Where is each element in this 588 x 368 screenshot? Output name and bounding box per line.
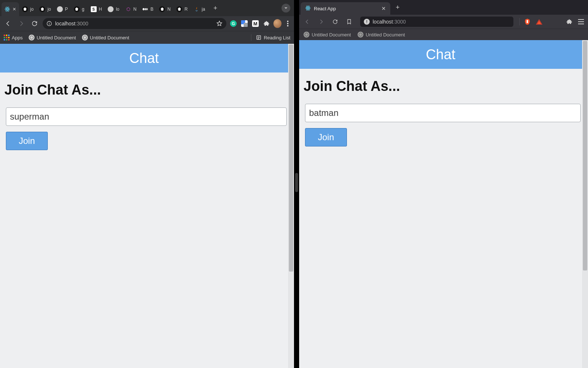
close-icon[interactable]: ✕: [12, 7, 16, 12]
svg-point-6: [147, 8, 148, 10]
star-icon[interactable]: [216, 20, 223, 27]
page-viewport-right: Chat Join Chat As... Join: [299, 40, 588, 368]
globe-icon: [304, 32, 309, 38]
reading-list-button[interactable]: Reading List: [256, 35, 290, 40]
chrome-tab[interactable]: jo: [19, 2, 36, 16]
info-icon: [46, 21, 52, 26]
globe-icon: [29, 35, 35, 40]
extensions-icon[interactable]: [262, 20, 270, 28]
chrome-tab[interactable]: P: [54, 2, 71, 16]
join-button[interactable]: Join: [6, 132, 48, 150]
chrome-tab[interactable]: B: [139, 2, 156, 16]
brave-tab-label: React App: [314, 6, 379, 11]
react-icon: [4, 6, 10, 12]
chrome-tab[interactable]: N: [156, 2, 173, 16]
split-screenshot: ✕ jo jo P g SH lo ⬡N B N R ja + localhos…: [0, 0, 588, 368]
globe-icon: [108, 6, 114, 12]
scrollbar[interactable]: [582, 40, 588, 368]
chrome-tab[interactable]: ja: [191, 2, 208, 16]
globe-icon: [82, 35, 88, 40]
extensions-icon[interactable]: [565, 18, 573, 26]
chrome-bookmarks-bar: Apps Untitled Document Untitled Document…: [0, 31, 294, 44]
chrome-tab[interactable]: jo: [36, 2, 54, 16]
square-s-icon: S: [91, 6, 97, 12]
globe-icon: [57, 6, 63, 12]
join-heading: Join Chat As...: [304, 78, 578, 94]
github-icon: [176, 6, 182, 12]
google-translate-icon[interactable]: [240, 20, 248, 28]
address-host: localhost:3000: [373, 19, 406, 25]
hexagon-icon: ⬡: [125, 6, 131, 12]
tab-overflow-button[interactable]: [282, 4, 290, 13]
close-icon[interactable]: ✕: [381, 6, 386, 11]
svg-rect-23: [578, 24, 584, 24]
chrome-tab[interactable]: SH: [88, 2, 105, 16]
scroll-thumb[interactable]: [289, 45, 293, 272]
back-button[interactable]: [3, 18, 13, 29]
profile-avatar[interactable]: [273, 20, 282, 28]
brave-window: React App ✕ + ! localhost:3000 Unti: [299, 0, 588, 368]
svg-point-10: [287, 21, 288, 22]
bookmark-item[interactable]: Untitled Document: [29, 35, 76, 40]
chrome-tab[interactable]: lo: [105, 2, 122, 16]
apps-grid-icon: [4, 35, 10, 40]
grammarly-icon[interactable]: G: [229, 20, 237, 28]
brave-tabstrip: React App ✕ +: [299, 0, 588, 15]
svg-point-5: [145, 8, 147, 10]
hamburger-menu-icon[interactable]: [577, 18, 585, 26]
github-icon: [74, 6, 80, 12]
bookmark-item[interactable]: Untitled Document: [358, 32, 405, 38]
chrome-toolbar: localhost:3000 G M: [0, 16, 294, 31]
svg-rect-21: [578, 19, 584, 20]
brave-rewards-icon[interactable]: [535, 18, 543, 26]
forward-button[interactable]: [316, 17, 326, 27]
java-icon: [194, 6, 200, 12]
github-icon: [22, 6, 28, 12]
svg-rect-22: [578, 21, 584, 22]
brave-tab-active[interactable]: React App ✕: [301, 2, 390, 15]
divider: [251, 34, 251, 41]
username-input[interactable]: [6, 107, 287, 126]
svg-point-11: [287, 23, 288, 24]
svg-point-4: [143, 8, 145, 10]
address-bar[interactable]: localhost:3000: [43, 18, 226, 29]
reload-button[interactable]: [29, 18, 40, 29]
github-icon: [159, 6, 165, 12]
chrome-tab[interactable]: ⬡N: [122, 2, 140, 16]
svg-point-17: [308, 7, 309, 8]
join-button[interactable]: Join: [305, 128, 347, 146]
app-banner: Chat: [299, 40, 582, 69]
bookmark-item[interactable]: Untitled Document: [304, 32, 351, 38]
svg-point-0: [7, 9, 8, 10]
medium-icon[interactable]: M: [251, 20, 259, 28]
scroll-thumb[interactable]: [583, 41, 587, 270]
react-icon: [305, 5, 311, 12]
scrollbar[interactable]: [288, 44, 294, 368]
not-secure-icon: !: [364, 19, 370, 25]
username-input[interactable]: [305, 104, 581, 122]
reload-button[interactable]: [330, 17, 340, 27]
new-tab-button[interactable]: +: [392, 2, 403, 13]
chrome-tab[interactable]: g: [71, 2, 88, 16]
brave-bookmarks-bar: Untitled Document Untitled Document: [299, 29, 588, 40]
address-bar[interactable]: ! localhost:3000: [360, 17, 513, 27]
svg-point-12: [287, 25, 288, 26]
forward-button[interactable]: [16, 18, 26, 29]
address-host: localhost:3000: [55, 21, 88, 26]
window-divider: [294, 0, 299, 368]
svg-point-9: [49, 22, 49, 22]
kebab-menu-icon[interactable]: [284, 20, 291, 27]
brave-shields-icon[interactable]: [523, 18, 531, 26]
bookmark-button[interactable]: [344, 17, 354, 27]
back-button[interactable]: [302, 17, 312, 27]
chrome-tab[interactable]: R: [173, 2, 191, 16]
apps-shortcut[interactable]: Apps: [4, 35, 23, 40]
chrome-tabstrip: ✕ jo jo P g SH lo ⬡N B N R ja +: [0, 0, 294, 16]
chrome-window: ✕ jo jo P g SH lo ⬡N B N R ja + localhos…: [0, 0, 294, 368]
new-tab-button[interactable]: +: [210, 3, 220, 13]
app-banner: Chat: [0, 44, 288, 72]
bookmark-item[interactable]: Untitled Document: [82, 35, 129, 40]
medium-icon: [142, 6, 148, 12]
github-icon: [39, 6, 45, 12]
chrome-tab-active[interactable]: ✕: [1, 2, 19, 16]
